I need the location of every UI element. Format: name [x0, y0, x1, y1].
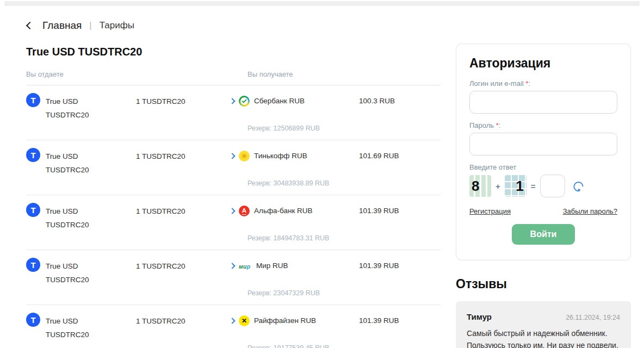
reviews-title: Отзывы	[456, 277, 631, 291]
give-cell: T True USD TUSDTRC20	[26, 258, 136, 289]
register-link[interactable]: Регистрация	[469, 207, 511, 215]
sidebar: Авторизация Логин или e-mail *: Пароль *…	[456, 44, 631, 348]
review-text: Самый быстрый и надежный обменник. Польз…	[467, 328, 620, 348]
page-title: True USD TUSDTRC20	[26, 46, 441, 58]
give-amount: 1 TUSDTRC20	[136, 93, 230, 125]
captcha-label: Введите ответ	[469, 163, 617, 171]
login-label: Логин или e-mail *:	[469, 79, 617, 88]
table-row: T True USD TUSDTRC20 1 TUSDTRC20 A Альфа…	[26, 195, 441, 250]
captcha-plus-sign: +	[496, 182, 500, 191]
chevron-right-icon[interactable]	[229, 153, 235, 159]
review-date: 26.11.2024, 19:24	[566, 314, 620, 321]
bank-label[interactable]: Сбербанк RUB	[254, 96, 305, 105]
give-cell: T True USD TUSDTRC20	[26, 148, 136, 179]
mir-icon: мир	[239, 260, 252, 270]
captcha-answer-input[interactable]	[540, 175, 565, 197]
bank-label[interactable]: Тинькофф RUB	[254, 151, 307, 160]
captcha-digit-image-left: 8	[469, 175, 491, 197]
give-amount: 1 TUSDTRC20	[136, 258, 230, 289]
table-header: Вы отдаете Вы получаете	[26, 70, 441, 85]
get-cell[interactable]: мир Мир RUB	[230, 258, 359, 289]
auth-card: Авторизация Логин или e-mail *: Пароль *…	[456, 44, 631, 260]
give-currency-label: True USD TUSDTRC20	[46, 203, 89, 234]
review-author: Тимур	[467, 312, 492, 321]
get-cell[interactable]: Тинькофф RUB	[230, 148, 359, 179]
give-name-line1: True USD	[46, 97, 78, 105]
trueusd-icon: T	[26, 203, 40, 217]
bank-label[interactable]: Райффайзен RUB	[254, 315, 316, 325]
chevron-right-icon[interactable]	[229, 318, 235, 324]
get-cell[interactable]: A Альфа-банк RUB	[230, 203, 359, 234]
chevron-right-icon[interactable]	[229, 208, 235, 214]
give-name-line1: True USD	[46, 262, 78, 270]
give-name-line2: TUSDTRC20	[46, 221, 89, 229]
reserve-value: Резерв: 19177539.45 RUB	[230, 344, 359, 348]
give-amount: 1 TUSDTRC20	[136, 203, 230, 234]
tinkoff-icon	[239, 151, 250, 161]
give-amount: 1 TUSDTRC20	[136, 148, 230, 179]
get-cell[interactable]: Сбербанк RUB	[230, 93, 359, 125]
column-header-give: Вы отдаете	[26, 70, 136, 78]
give-currency-label: True USD TUSDTRC20	[46, 258, 89, 289]
table-row: T True USD TUSDTRC20 1 TUSDTRC20 Сбербан…	[26, 85, 441, 140]
give-cell: T True USD TUSDTRC20	[26, 203, 136, 234]
trueusd-icon: T	[26, 148, 40, 162]
give-name-line2: TUSDTRC20	[46, 276, 89, 284]
give-name-line2: TUSDTRC20	[46, 331, 89, 339]
bank-label[interactable]: Альфа-банк RUB	[254, 206, 313, 215]
password-input[interactable]	[469, 133, 617, 156]
give-name-line1: True USD	[46, 207, 78, 215]
reserve-value: Резерв: 12506899 RUB	[230, 125, 359, 140]
password-label: Пароль *:	[469, 121, 617, 129]
reserve-value: Резерв: 18494783.31 RUB	[230, 234, 359, 250]
give-currency-label: True USD TUSDTRC20	[46, 313, 89, 344]
alfabank-icon: A	[239, 206, 250, 216]
refresh-icon	[572, 179, 585, 193]
submit-row: Войти	[469, 224, 617, 247]
rate-value: 101.39 RUB	[359, 313, 441, 344]
breadcrumb-separator: |	[89, 20, 91, 31]
give-currency-label: True USD TUSDTRC20	[46, 148, 89, 179]
give-amount: 1 TUSDTRC20	[136, 313, 230, 344]
rate-value: 101.39 RUB	[359, 258, 441, 289]
give-name-line1: True USD	[46, 317, 78, 325]
trueusd-icon: T	[26, 258, 40, 272]
content: True USD TUSDTRC20 Вы отдаете Вы получае…	[0, 44, 644, 348]
captcha-digit-image-right: 1	[505, 175, 527, 197]
top-scroll-strip	[4, 1, 640, 6]
table-row: T True USD TUSDTRC20 1 TUSDTRC20 Тинькоф…	[26, 140, 441, 195]
review-card: Тимур 26.11.2024, 19:24 Самый быстрый и …	[456, 301, 631, 348]
reserve-value: Резерв: 23047329 RUB	[230, 289, 359, 304]
raiffeisen-icon: ✕	[239, 315, 250, 326]
review-header: Тимур 26.11.2024, 19:24	[467, 312, 620, 321]
auth-links: Регистрация Забыли пароль?	[469, 207, 617, 215]
auth-title: Авторизация	[469, 56, 617, 71]
get-cell[interactable]: ✕ Райффайзен RUB	[230, 313, 359, 344]
bank-label[interactable]: Мир RUB	[256, 260, 288, 270]
column-header-get: Вы получаете	[230, 70, 359, 78]
give-cell: T True USD TUSDTRC20	[26, 93, 136, 125]
rates-section: True USD TUSDTRC20 Вы отдаете Вы получае…	[26, 44, 441, 348]
chevron-right-icon[interactable]	[229, 98, 235, 104]
rate-value: 101.69 RUB	[359, 148, 441, 179]
give-name-line2: TUSDTRC20	[46, 111, 89, 119]
captcha-refresh-button[interactable]	[572, 179, 585, 193]
login-button[interactable]: Войти	[512, 224, 575, 245]
table-row: T True USD TUSDTRC20 1 TUSDTRC20 мир Мир…	[26, 250, 441, 305]
trueusd-icon: T	[26, 313, 40, 327]
breadcrumb-current-link[interactable]: Тарифы	[100, 20, 134, 31]
back-chevron-icon[interactable]	[26, 22, 34, 29]
breadcrumb-home-link[interactable]: Главная	[42, 20, 82, 32]
forgot-password-link[interactable]: Забыли пароль?	[563, 207, 617, 215]
reserve-value: Резерв: 30483938.89 RUB	[230, 179, 359, 195]
rate-value: 101.39 RUB	[359, 203, 441, 234]
give-cell: T True USD TUSDTRC20	[26, 313, 136, 344]
login-input[interactable]	[469, 91, 617, 114]
give-name-line2: TUSDTRC20	[46, 166, 89, 174]
rate-value: 100.3 RUB	[359, 93, 441, 125]
give-currency-label: True USD TUSDTRC20	[46, 93, 89, 125]
captcha-equals-sign: =	[531, 182, 536, 191]
sberbank-icon	[239, 96, 250, 107]
chevron-right-icon[interactable]	[229, 263, 235, 269]
give-name-line1: True USD	[46, 152, 78, 160]
